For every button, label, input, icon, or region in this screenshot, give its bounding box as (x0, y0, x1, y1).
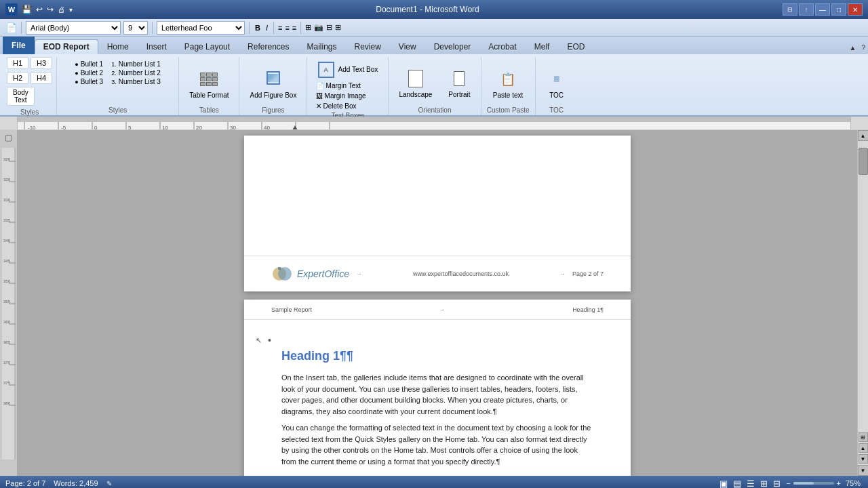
align-right-icon[interactable]: ≡ (292, 24, 296, 32)
page-2: Sample Report → Heading 1¶ • ↖ Heading 1… (244, 300, 631, 476)
style-select[interactable]: Letterhead Foo (157, 21, 245, 35)
more-tools-icon[interactable]: ⊞ (305, 23, 311, 32)
indent-icon[interactable]: ⊞ (335, 23, 341, 32)
ribbon-expand-icon[interactable]: ▲ (847, 41, 859, 54)
scroll-track[interactable] (858, 141, 869, 431)
delete-box-btn[interactable]: ✕ Delete Box (315, 102, 358, 110)
scroll-down-btn[interactable]: ▼ (858, 465, 869, 476)
scroll-up-btn[interactable]: ▲ (858, 130, 869, 141)
tab-view[interactable]: View (390, 39, 425, 54)
bullet3-btn[interactable]: ● Bullet 3 (73, 77, 104, 86)
table-format-label: Table Format (189, 92, 229, 100)
minimize-btn[interactable]: — (815, 3, 830, 16)
margin-image-btn[interactable]: 🖼 Margin Image (315, 92, 368, 100)
add-figure-box-label: Add Figure Box (250, 92, 296, 100)
svg-text:365: 365 (3, 340, 11, 344)
toc-icon: ≡ (546, 68, 568, 90)
pilcrow-1: ¶ (347, 349, 353, 363)
view-icon-2[interactable]: ▤ (733, 479, 741, 489)
camera-icon[interactable]: 📷 (314, 23, 323, 32)
font-size-select[interactable]: 9 101112 (123, 21, 148, 35)
tab-page-layout[interactable]: Page Layout (176, 39, 239, 54)
landscape-btn[interactable]: Landscape (393, 64, 438, 102)
tab-insert[interactable]: Insert (138, 39, 176, 54)
ribbon-help-icon[interactable]: ? (859, 41, 868, 54)
style-h2-btn[interactable]: H2 (7, 72, 28, 84)
redo-icon[interactable]: ↪ (47, 5, 54, 14)
add-text-box-label: Add Text Box (338, 66, 378, 74)
scroll-next-page-btn[interactable]: ▼ (859, 454, 868, 464)
help-icon-btn[interactable]: ⊟ (783, 3, 797, 16)
tab-eod[interactable]: EOD (558, 39, 593, 54)
tab-eod-report[interactable]: EOD Report (35, 39, 98, 54)
close-btn[interactable]: ✕ (848, 3, 863, 16)
footer-arrow1: → (356, 270, 362, 277)
zoom-slider[interactable] (793, 482, 834, 485)
align-center-icon[interactable]: ≡ (285, 24, 289, 32)
tab-file[interactable]: File (3, 37, 35, 54)
bold-icon[interactable]: B (255, 24, 260, 32)
paste-text-btn[interactable]: 📋 Paste text (487, 65, 529, 103)
styles-group-label: Styles (20, 107, 39, 117)
save-icon[interactable]: 💾 (22, 5, 32, 14)
undo-icon[interactable]: ↩ (36, 5, 43, 14)
bullet1-btn[interactable]: ● Bullet 1 (73, 60, 104, 68)
tab-home[interactable]: Home (98, 39, 138, 54)
numlist3-btn[interactable]: 3. Number List 3 (110, 77, 162, 86)
document-area[interactable]: ExpertOffice → www.expertoffiacedocument… (18, 130, 857, 476)
align-left-icon[interactable]: ≡ (278, 24, 282, 32)
tab-mailings[interactable]: Mailings (298, 39, 345, 54)
font-name-select[interactable]: Arial (Body) (26, 21, 121, 35)
view-icon-3[interactable]: ☰ (747, 479, 755, 489)
word-icon: W (5, 3, 18, 16)
tab-references[interactable]: References (239, 39, 298, 54)
scroll-thumb[interactable] (859, 148, 868, 175)
vertical-ruler: 320 325 330 335 340 345 350 355 360 365 … (2, 148, 16, 460)
columns-icon[interactable]: ⊟ (326, 23, 332, 32)
paste-text-icon: 📋 (497, 68, 519, 90)
style-h1-btn[interactable]: H1 (7, 57, 28, 69)
tab-acrobat[interactable]: Acrobat (479, 39, 525, 54)
language-icon: ✎ (106, 480, 112, 487)
table-format-btn[interactable]: Table Format (183, 65, 235, 103)
view-icon-1[interactable]: ▣ (719, 479, 728, 489)
bullet2-btn[interactable]: ● Bullet 2 (73, 68, 104, 77)
ribbon: File EOD Report Home Insert Page Layout … (0, 37, 868, 117)
expert-office-logo: ExpertOffice (271, 263, 349, 285)
toc-btn[interactable]: ≡ TOC (540, 65, 574, 103)
add-text-box-btn[interactable]: A Add Text Box (315, 60, 382, 80)
ruler-main[interactable]: -10 -5 0 5 10 20 30 40 (18, 117, 850, 129)
svg-text:30: 30 (230, 125, 236, 129)
print-icon[interactable]: 🖨 (58, 5, 65, 14)
tab-developer[interactable]: Developer (425, 39, 480, 54)
zoom-out-btn[interactable]: − (786, 479, 790, 487)
portrait-btn[interactable]: Portrait (442, 64, 476, 102)
ruler-area: -10 -5 0 5 10 20 30 40 (0, 117, 868, 130)
view-icon-5[interactable]: ⊟ (773, 479, 781, 489)
tab-review[interactable]: Review (346, 39, 390, 54)
scroll-expand-btn[interactable]: ⊞ (859, 432, 868, 442)
status-bar: Page: 2 of 7 Words: 2,459 ✎ ▣ ▤ ☰ ⊞ ⊟ − … (0, 476, 868, 488)
view-icon-4[interactable]: ⊞ (760, 479, 768, 489)
italic-icon[interactable]: I (266, 24, 268, 32)
margin-text-btn[interactable]: 📄 Margin Text (315, 81, 363, 90)
zoom-in-btn[interactable]: + (837, 479, 841, 487)
tab-melf[interactable]: Melf (526, 39, 559, 54)
ribbon-group-tables: Table Format Tables (179, 57, 239, 115)
style-h3-btn[interactable]: H3 (31, 57, 52, 69)
zoom-level: 75% (844, 479, 863, 487)
add-figure-box-btn[interactable]: Add Figure Box (243, 65, 302, 103)
scroll-prev-page-btn[interactable]: ▲ (859, 443, 868, 453)
paste-text-label: Paste text (493, 92, 523, 100)
expand-icon-btn[interactable]: ↑ (799, 3, 814, 16)
table-icon (198, 68, 220, 90)
style-body-text-btn[interactable]: BodyText (7, 87, 35, 106)
title-bar-left: W 💾 ↩ ↪ 🖨 ▾ (5, 3, 73, 16)
right-scrollbar[interactable]: ▲ ⊞ ▲ ▼ ▼ (857, 130, 868, 476)
ribbon-group-margin: Landscape Portrait Orientation (389, 57, 481, 115)
style-h4-btn[interactable]: H4 (31, 72, 52, 84)
numlist1-btn[interactable]: 1. Number List 1 (110, 60, 162, 68)
maximize-btn[interactable]: □ (831, 3, 846, 16)
selection-mode-icon[interactable]: ▢ (5, 133, 12, 142)
numlist2-btn[interactable]: 2. Number List 2 (110, 68, 162, 77)
